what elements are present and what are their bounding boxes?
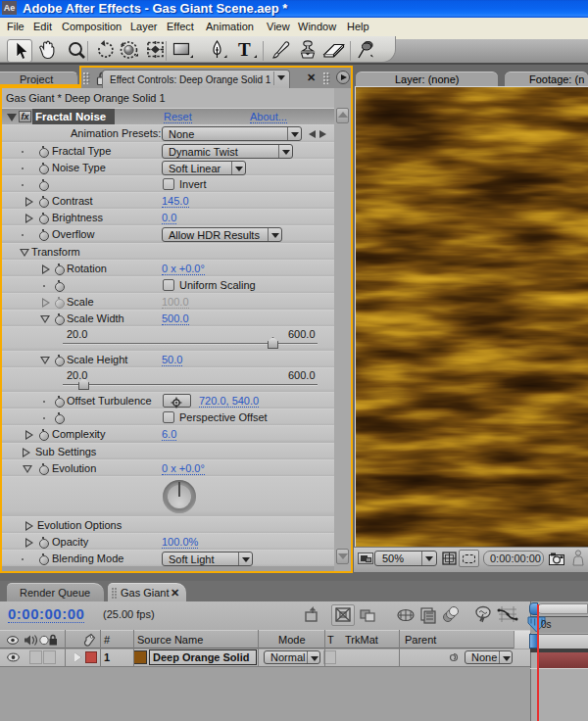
svg-text:T: T [238, 39, 251, 60]
